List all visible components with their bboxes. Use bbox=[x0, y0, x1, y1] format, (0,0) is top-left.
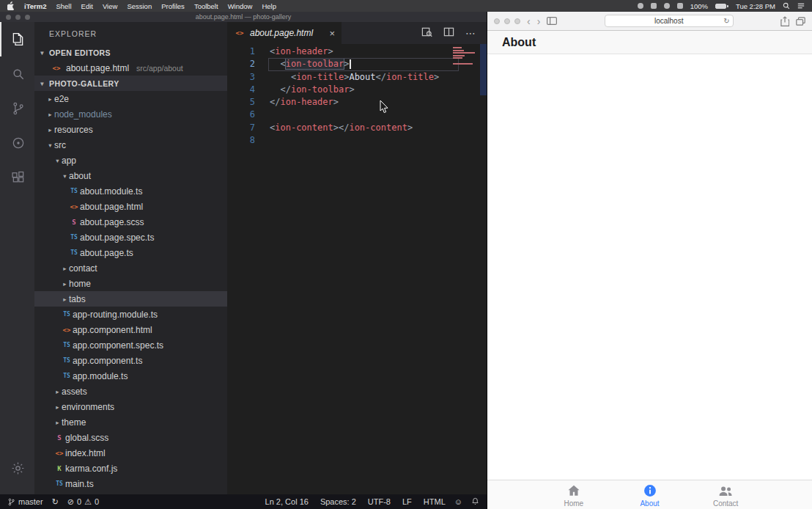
editor-tab-about-page-html[interactable]: <> about.page.html × bbox=[227, 22, 342, 44]
zoom-window-button[interactable] bbox=[25, 15, 30, 20]
settings-gear-icon[interactable] bbox=[0, 451, 34, 486]
close-icon[interactable]: × bbox=[329, 28, 335, 39]
menu-view[interactable]: View bbox=[103, 2, 117, 10]
tree-file-app-routing.module.ts[interactable]: TSapp-routing.module.ts bbox=[34, 307, 227, 322]
status-item[interactable]: Ln 2, Col 16 bbox=[265, 497, 309, 506]
tree-file-about.module.ts[interactable]: TSabout.module.ts bbox=[34, 183, 227, 199]
status-icon[interactable] bbox=[664, 3, 670, 9]
minimize-window-button[interactable] bbox=[504, 18, 510, 24]
tree-file-app.component.spec.ts[interactable]: TSapp.component.spec.ts bbox=[34, 337, 227, 353]
menu-help[interactable]: Help bbox=[262, 2, 276, 10]
warning-count: 0 bbox=[95, 497, 99, 506]
code-line-2[interactable]: 2 <ion-toolbar> bbox=[227, 58, 487, 70]
code-editor[interactable]: 1<ion-header>2 <ion-toolbar>3 <ion-title… bbox=[227, 44, 487, 494]
tab-about[interactable]: About bbox=[612, 480, 688, 509]
status-icon[interactable] bbox=[638, 3, 643, 9]
tree-folder-assets[interactable]: ▸assets bbox=[34, 384, 227, 399]
tree-file-global.scss[interactable]: Sglobal.scss bbox=[34, 430, 227, 445]
status-icon[interactable] bbox=[651, 3, 657, 9]
tree-folder-e2e[interactable]: ▸e2e bbox=[34, 91, 227, 106]
problems-indicator[interactable]: ⊘ 0 ⚠ 0 bbox=[67, 497, 99, 507]
error-icon: ⊘ bbox=[67, 497, 74, 507]
back-button[interactable]: ‹ bbox=[527, 16, 531, 26]
spotlight-icon[interactable] bbox=[783, 2, 790, 10]
menu-window[interactable]: Window bbox=[228, 2, 253, 10]
menu-clock[interactable]: Tue 2:28 PM bbox=[736, 2, 775, 10]
open-preview-icon[interactable] bbox=[421, 26, 432, 40]
menu-shell[interactable]: Shell bbox=[56, 2, 71, 10]
tree-folder-resources[interactable]: ▸resources bbox=[34, 122, 227, 137]
code-line-6[interactable]: 6 bbox=[227, 109, 487, 121]
ts-file-icon: TS bbox=[61, 311, 73, 318]
tree-folder-theme[interactable]: ▸theme bbox=[34, 414, 227, 430]
menu-iterm2[interactable]: iTerm2 bbox=[24, 2, 46, 10]
menu-session[interactable]: Session bbox=[127, 2, 152, 10]
tree-file-about.page.ts[interactable]: TSabout.page.ts bbox=[34, 245, 227, 260]
tree-file-about.page.html[interactable]: <>about.page.html bbox=[34, 199, 227, 214]
minimap[interactable] bbox=[453, 47, 476, 68]
sidebar-toggle-icon[interactable] bbox=[547, 17, 557, 25]
code-line-3[interactable]: 3 <ion-title>About</ion-title> bbox=[227, 71, 487, 84]
more-actions-icon[interactable]: ⋯ bbox=[465, 27, 476, 39]
tree-folder-environments[interactable]: ▸environments bbox=[34, 399, 227, 414]
address-bar[interactable]: localhost ↻ bbox=[605, 15, 734, 27]
minimize-window-button[interactable] bbox=[15, 15, 21, 20]
tree-file-app.component.html[interactable]: <>app.component.html bbox=[34, 322, 227, 337]
status-item[interactable]: Spaces: 2 bbox=[320, 497, 356, 506]
zoom-window-button[interactable] bbox=[514, 18, 520, 24]
share-icon[interactable] bbox=[780, 16, 789, 26]
notification-center-icon[interactable] bbox=[797, 2, 805, 10]
tree-file-karma.conf.js[interactable]: Kkarma.conf.js bbox=[34, 461, 227, 476]
reload-icon[interactable]: ↻ bbox=[723, 17, 729, 25]
forward-button[interactable]: › bbox=[537, 16, 541, 26]
feedback-smiley-icon[interactable]: ☺ bbox=[454, 497, 462, 506]
project-section-header[interactable]: ▾ PHOTO-GALLERY bbox=[34, 76, 227, 91]
close-window-button[interactable] bbox=[6, 15, 11, 20]
tree-folder-home[interactable]: ▸home bbox=[34, 276, 227, 291]
menu-profiles[interactable]: Profiles bbox=[161, 2, 185, 10]
tree-folder-contact[interactable]: ▸contact bbox=[34, 260, 227, 276]
extensions-icon[interactable] bbox=[0, 160, 34, 194]
notifications-bell-icon[interactable] bbox=[471, 497, 479, 507]
status-item[interactable]: LF bbox=[402, 497, 412, 506]
tree-file-app.module.ts[interactable]: TSapp.module.ts bbox=[34, 368, 227, 384]
status-icon[interactable] bbox=[677, 3, 683, 9]
tab-home[interactable]: Home bbox=[536, 480, 612, 509]
open-editors-label: OPEN EDITORS bbox=[49, 48, 111, 57]
apple-menu[interactable] bbox=[7, 1, 15, 10]
chevron-right-icon: ▸ bbox=[53, 403, 62, 411]
tree-file-about.page.scss[interactable]: Sabout.page.scss bbox=[34, 214, 227, 230]
code-line-5[interactable]: 5</ion-header> bbox=[227, 96, 487, 109]
tree-file-app.component.ts[interactable]: TSapp.component.ts bbox=[34, 353, 227, 368]
source-control-icon[interactable] bbox=[0, 91, 34, 125]
menu-edit[interactable]: Edit bbox=[81, 2, 93, 10]
open-editor-item[interactable]: <> about.page.html src/app/about bbox=[34, 60, 227, 76]
tree-folder-about[interactable]: ▾about bbox=[34, 168, 227, 183]
tree-file-main.ts[interactable]: TSmain.ts bbox=[34, 476, 227, 491]
split-editor-icon[interactable] bbox=[443, 26, 454, 40]
debug-icon[interactable] bbox=[0, 125, 34, 160]
status-item[interactable]: HTML bbox=[424, 497, 446, 506]
branch-indicator[interactable]: master bbox=[7, 497, 43, 506]
tree-folder-node_modules[interactable]: ▸node_modules bbox=[34, 106, 227, 122]
tree-folder-tabs[interactable]: ▸tabs bbox=[34, 291, 227, 307]
open-editors-header[interactable]: ▾ OPEN EDITORS bbox=[34, 45, 227, 60]
close-window-button[interactable] bbox=[494, 18, 500, 24]
tabs-overview-icon[interactable] bbox=[796, 17, 805, 26]
tree-folder-app[interactable]: ▾app bbox=[34, 153, 227, 168]
code-line-1[interactable]: 1<ion-header> bbox=[227, 45, 487, 58]
code-line-8[interactable]: 8 bbox=[227, 134, 487, 147]
tree-folder-src[interactable]: ▾src bbox=[34, 137, 227, 153]
status-item[interactable]: UTF-8 bbox=[368, 497, 391, 506]
tree-file-about.page.spec.ts[interactable]: TSabout.page.spec.ts bbox=[34, 230, 227, 245]
menu-toolbelt[interactable]: Toolbelt bbox=[194, 2, 218, 10]
tab-contact[interactable]: Contact bbox=[687, 480, 764, 509]
sync-icon[interactable]: ↻ bbox=[52, 497, 59, 507]
scrollbar[interactable] bbox=[480, 44, 487, 95]
explorer-icon[interactable] bbox=[0, 22, 34, 56]
tree-file-index.html[interactable]: <>index.html bbox=[34, 445, 227, 461]
search-icon[interactable] bbox=[0, 56, 34, 91]
code-line-4[interactable]: 4 </ion-toolbar> bbox=[227, 84, 487, 96]
vscode-title-bar[interactable]: about.page.html — photo-gallery bbox=[0, 12, 487, 22]
code-line-7[interactable]: 7<ion-content></ion-content> bbox=[227, 122, 487, 134]
